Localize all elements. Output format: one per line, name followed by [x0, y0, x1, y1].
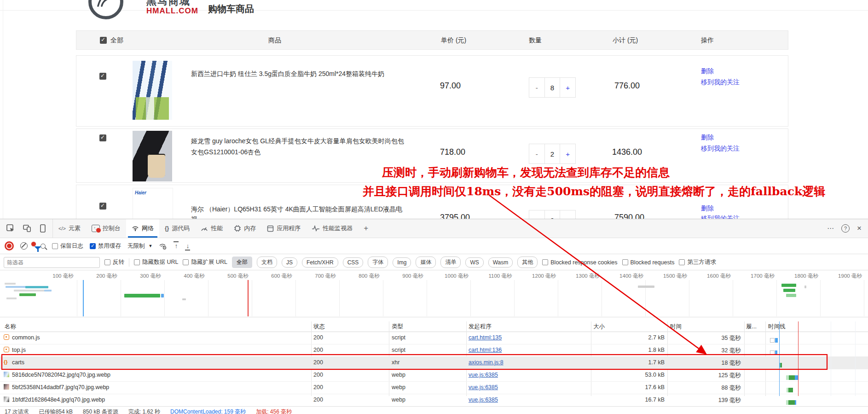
- request-initiator-link[interactable]: vue.js:6385: [469, 372, 498, 378]
- filter-chip-media[interactable]: 媒体: [416, 257, 436, 268]
- network-row-webp-1[interactable]: 5816dce5N70820f42.jpg!q70.jpg.webp 200 w…: [0, 369, 868, 382]
- network-row-webp-3[interactable]: 1bfdf2d1628648e4.jpg!q70.jpg.webp 200 we…: [0, 394, 868, 407]
- more-options-icon[interactable]: ⋯: [827, 224, 834, 233]
- col-name[interactable]: 名称: [5, 323, 16, 331]
- throttling-select[interactable]: 无限制 ▼: [127, 242, 152, 250]
- filter-chip-manifest[interactable]: 清单: [440, 257, 461, 268]
- qty-minus-button[interactable]: -: [529, 78, 544, 97]
- inspect-element-icon[interactable]: [6, 224, 15, 233]
- delete-link[interactable]: 删除: [701, 204, 714, 213]
- ruler-label: 500 毫秒: [227, 273, 248, 280]
- tab-network[interactable]: 网络: [126, 219, 159, 238]
- filter-chip-css[interactable]: CSS: [343, 257, 364, 268]
- network-overview-section[interactable]: 100 毫秒200 毫秒300 毫秒400 毫秒500 毫秒600 毫秒700 …: [0, 271, 868, 317]
- product-image-milk[interactable]: [133, 61, 172, 120]
- tab-application[interactable]: 应用程序: [261, 219, 306, 238]
- filter-chip-js[interactable]: JS: [282, 257, 297, 268]
- hmall-logo-icon[interactable]: [88, 0, 123, 19]
- invert-checkbox[interactable]: 反转: [104, 258, 124, 266]
- tab-performance-monitor[interactable]: 性能监视器: [306, 219, 358, 238]
- request-name[interactable]: 5816dce5N70820f42.jpg!q70.jpg.webp: [12, 372, 110, 378]
- filter-chip-wasm[interactable]: Wasm: [488, 257, 513, 268]
- request-initiator-link[interactable]: cart.html:135: [469, 334, 502, 341]
- preserve-log-checkbox[interactable]: 保留日志: [52, 242, 83, 250]
- filter-chip-ws[interactable]: WS: [465, 257, 483, 268]
- col-type[interactable]: 类型: [392, 323, 403, 331]
- hide-extension-url-checkbox[interactable]: 隐藏扩展 URL: [183, 258, 227, 266]
- disable-cache-checkbox[interactable]: 禁用缓存: [90, 242, 121, 250]
- select-all-checkbox[interactable]: [100, 37, 107, 44]
- filter-input[interactable]: [4, 257, 100, 268]
- filter-chip-font[interactable]: 字体: [368, 257, 388, 268]
- item-checkbox[interactable]: [99, 134, 106, 141]
- hide-data-url-checkbox[interactable]: 隐藏数据 URL: [134, 258, 178, 266]
- request-name[interactable]: common.js: [12, 334, 40, 341]
- qty-plus-button[interactable]: +: [560, 78, 575, 97]
- third-party-checkbox[interactable]: 第三方请求: [679, 258, 716, 266]
- console-icon: ›_: [92, 225, 100, 232]
- close-devtools-icon[interactable]: ×: [857, 224, 862, 233]
- request-initiator-link[interactable]: axios.min.js:8: [469, 359, 503, 366]
- blocked-requests-checkbox[interactable]: Blocked requests: [622, 259, 675, 266]
- dock-side-icon[interactable]: [40, 224, 46, 233]
- more-tabs-button[interactable]: +: [358, 219, 374, 238]
- filter-chip-doc[interactable]: 文档: [257, 257, 277, 268]
- filter-chip-all[interactable]: 全部: [232, 257, 252, 268]
- delete-link[interactable]: 删除: [701, 134, 714, 142]
- col-status[interactable]: 状态: [313, 323, 325, 331]
- item-checkbox[interactable]: [99, 203, 106, 210]
- qty-minus-button[interactable]: -: [529, 144, 544, 163]
- qty-plus-button[interactable]: +: [560, 144, 575, 163]
- record-button[interactable]: [5, 241, 14, 251]
- help-icon[interactable]: ?: [841, 224, 850, 233]
- network-row-common-js[interactable]: common.js 200 script cart.html:135 2.7 k…: [0, 332, 868, 344]
- filter-chip-other[interactable]: 其他: [517, 257, 538, 268]
- network-row-top-js[interactable]: top.js 200 script cart.html:136 1.8 kB 3…: [0, 344, 868, 357]
- product-title[interactable]: 姬龙雪 guy laroche女包 GL经典手提包女牛皮大容量单肩包女欧美时尚包…: [191, 137, 404, 146]
- col-size[interactable]: 大小: [593, 323, 605, 331]
- product-title-line2[interactable]: 女包GS1210001-06杏色: [191, 148, 260, 157]
- overview-gridline: [820, 280, 821, 316]
- clear-button[interactable]: [20, 242, 28, 250]
- import-har-icon[interactable]: ↑: [174, 242, 179, 250]
- col-timeline[interactable]: 时间线: [768, 323, 786, 331]
- request-initiator-link[interactable]: cart.html:136: [469, 347, 502, 353]
- tab-sources[interactable]: {} 源代码: [159, 219, 195, 238]
- item-checkbox[interactable]: [99, 73, 106, 80]
- col-initiator[interactable]: 发起程序: [469, 323, 492, 331]
- search-icon[interactable]: [41, 244, 46, 249]
- request-initiator-link[interactable]: vue.js:6385: [469, 384, 498, 391]
- network-row-webp-2[interactable]: 5bf25358N14dadbf7.jpg!q70.jpg.webp 200 w…: [0, 381, 868, 394]
- move-to-favorites-link[interactable]: 移到我的关注: [701, 78, 740, 87]
- device-toolbar-icon[interactable]: [23, 224, 31, 233]
- delete-link[interactable]: 删除: [701, 67, 714, 76]
- tab-performance[interactable]: 性能: [195, 219, 228, 238]
- network-table-header[interactable]: 名称 状态 类型 发起程序 大小 时间 履... 时间线: [0, 321, 868, 332]
- network-overview[interactable]: [0, 280, 868, 316]
- product-title[interactable]: 新西兰进口牛奶 纽仕兰 3.5g蛋白质全脂牛奶 250ml*24整箱装纯牛奶: [191, 70, 384, 78]
- blocked-cookies-checkbox[interactable]: Blocked response cookies: [542, 259, 617, 266]
- col-time[interactable]: 时间: [670, 323, 682, 331]
- filter-chip-img[interactable]: Img: [393, 257, 411, 268]
- tab-elements[interactable]: </> 元素: [53, 219, 86, 238]
- network-request-table: 名称 状态 类型 发起程序 大小 时间 履... 时间线 common.js 2…: [0, 321, 868, 406]
- overview-request-bar: [638, 286, 654, 288]
- request-name[interactable]: 1bfdf2d1628648e4.jpg!q70.jpg.webp: [12, 397, 105, 403]
- network-row-carts[interactable]: {} carts 200 xhr axios.min.js:8 1.7 kB 1…: [0, 356, 868, 369]
- request-name[interactable]: 5bf25358N14dadbf7.jpg!q70.jpg.webp: [12, 384, 109, 391]
- request-name[interactable]: carts: [12, 359, 24, 366]
- request-initiator-link[interactable]: vue.js:6385: [469, 397, 498, 403]
- move-to-favorites-link[interactable]: 移到我的关注: [701, 145, 740, 153]
- qty-value[interactable]: 8: [544, 78, 561, 97]
- request-name[interactable]: top.js: [12, 347, 26, 353]
- network-conditions-icon[interactable]: [159, 242, 167, 250]
- qty-value[interactable]: 2: [544, 144, 561, 163]
- filter-chip-fetch-xhr[interactable]: Fetch/XHR: [302, 257, 338, 268]
- overview-gridline: [602, 280, 602, 316]
- product-image-handbag[interactable]: [133, 131, 172, 181]
- tab-memory[interactable]: 内存: [228, 219, 261, 238]
- col-fulfilled[interactable]: 履...: [746, 323, 757, 331]
- tab-console[interactable]: ›_ 控制台: [86, 219, 126, 238]
- export-har-icon[interactable]: ↓: [185, 242, 190, 250]
- product-title[interactable]: 海尔 （Haier）LQ65H31 65英寸 4K曲面人工智能全面屏超高清LED…: [191, 205, 402, 214]
